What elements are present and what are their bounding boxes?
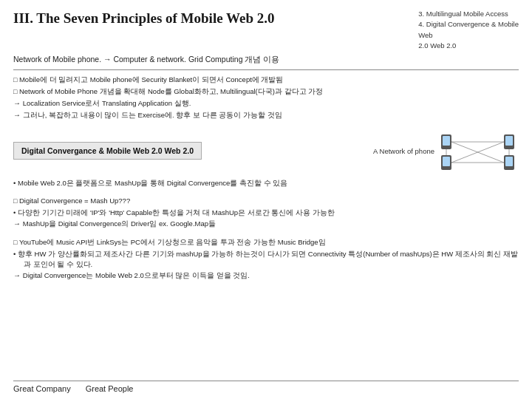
top-divider <box>13 69 519 70</box>
bullet-8: MashUp을 Digital Convergence의 Driver임 ex.… <box>13 219 519 230</box>
banner-box: Digital Convergance & Mobile Web 2.0 Web… <box>13 142 202 160</box>
footer: Great Company Great People <box>13 381 519 393</box>
banner-row: Digital Convergance & Mobile Web 2.0 Web… <box>13 131 519 171</box>
bullet-block-4: YouTube에 Music API번 LinkSys는 PC에서 기상청으로 … <box>13 237 519 282</box>
header-area: III. The Seven Principles of Mobile Web … <box>13 7 519 51</box>
right-note-4: 2.0 Web 2.0 <box>418 41 519 51</box>
subtitle: Network of Mobile phone. → Computer & ne… <box>13 54 519 65</box>
footer-people: Great People <box>86 384 134 393</box>
page-title: III. The Seven Principles of Mobile Web … <box>13 7 418 27</box>
screen-tl <box>443 136 450 146</box>
network-label-text: A Network of phone <box>373 147 434 155</box>
screen-tr <box>505 136 513 146</box>
right-note-3: Web <box>418 30 519 41</box>
network-diagram <box>437 131 519 171</box>
right-notes: 3. Multilingual Mobile Access 4. Digital… <box>418 7 519 51</box>
bullet-block-2: Mobile Web 2.0은 플랫폼으로 MashUp을 통해 Digital… <box>13 178 519 188</box>
bullet-9: YouTube에 Music API번 LinkSys는 PC에서 기상청으로 … <box>13 237 519 248</box>
bullet-7: 다양한 기기간 미래에 'IP'와 'Http' Capable한 특성을 거쳐… <box>13 208 519 218</box>
bullet-3: Localization Service로서 Translating Appli… <box>13 98 519 109</box>
bullet-2: Network of Mobile Phone 개념을 확대해 Node를 Gl… <box>13 86 519 97</box>
bullet-1: Mobile에 더 밀려지고 Mobile phone에 Security Bl… <box>13 75 519 85</box>
bullet-block-3: Digital Convergence = Mash Up??? 다양한 기기간… <box>13 196 519 230</box>
right-note-1: 3. Multilingual Mobile Access <box>418 9 519 19</box>
bullet-10: 향후 HW 가 양산률화되고 제조사간 다른 기기와 mashUp을 가능하 하… <box>13 249 519 270</box>
bullet-11: Digital Convergence는 Mobile Web 2.0으로부터 … <box>13 270 519 282</box>
bullet-6: Digital Convergence = Mash Up??? <box>13 196 519 206</box>
screen-br <box>505 157 513 166</box>
footer-company: Great Company <box>13 384 71 393</box>
right-note-2: 4. Digital Convergence & Mobile <box>418 19 519 30</box>
content-area: Mobile에 더 밀려지고 Mobile phone에 Security Bl… <box>13 75 519 381</box>
bullet-block-1: Mobile에 더 밀려지고 Mobile phone에 Security Bl… <box>13 75 519 121</box>
bullet-4: 그러나, 복잡하고 내용이 많이 드는 Exercise에. 향후 보 다른 공… <box>13 110 519 121</box>
page-container: III. The Seven Principles of Mobile Web … <box>0 0 532 399</box>
bullet-5: Mobile Web 2.0은 플랫폼으로 MashUp을 통해 Digital… <box>13 178 519 188</box>
screen-bl <box>443 157 450 166</box>
network-label: A Network of phone <box>373 131 519 171</box>
